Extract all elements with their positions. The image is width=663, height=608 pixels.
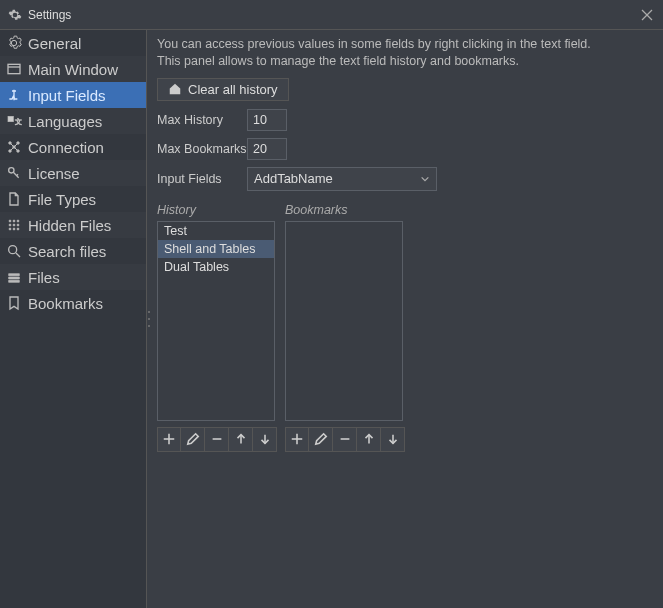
svg-line-23 — [16, 253, 20, 257]
edit-button[interactable] — [181, 427, 205, 452]
sidebar-item-license[interactable]: License — [0, 160, 146, 186]
sidebar-item-general[interactable]: General — [0, 30, 146, 56]
svg-rect-2 — [8, 64, 20, 73]
input-fields-dropdown[interactable]: AddTabName — [247, 167, 437, 191]
svg-point-22 — [9, 246, 17, 254]
svg-point-15 — [17, 220, 19, 222]
arrow-up-icon — [234, 432, 248, 446]
svg-point-12 — [9, 168, 14, 173]
max-history-input[interactable] — [247, 109, 287, 131]
clear-label: Clear all history — [188, 82, 278, 97]
file-icon — [6, 191, 22, 207]
sidebar-item-files[interactable]: Files — [0, 264, 146, 290]
text-cursor-icon — [6, 87, 22, 103]
sidebar-label: License — [28, 165, 80, 182]
network-icon — [6, 139, 22, 155]
max-history-label: Max History — [157, 113, 247, 127]
sidebar-label: File Types — [28, 191, 96, 208]
panel: You can access previous values in some f… — [147, 30, 663, 608]
remove-button[interactable] — [205, 427, 229, 452]
grid-dots-icon — [6, 217, 22, 233]
svg-point-14 — [13, 220, 15, 222]
sidebar: General Main Window Input Fields 文 Langu… — [0, 30, 147, 608]
minus-icon — [210, 432, 224, 446]
history-toolbar — [157, 427, 277, 452]
language-icon: 文 — [6, 113, 22, 129]
pencil-icon — [186, 432, 200, 446]
add-button[interactable] — [157, 427, 181, 452]
sidebar-item-languages[interactable]: 文 Languages — [0, 108, 146, 134]
arrow-down-icon — [386, 432, 400, 446]
bookmarks-block: Bookmarks — [285, 203, 405, 452]
move-up-button[interactable] — [357, 427, 381, 452]
sidebar-item-connection[interactable]: Connection — [0, 134, 146, 160]
max-bookmarks-input[interactable] — [247, 138, 287, 160]
svg-text:文: 文 — [15, 118, 22, 125]
svg-rect-5 — [8, 116, 13, 121]
sidebar-label: Main Window — [28, 61, 118, 78]
window-icon — [6, 61, 22, 77]
history-heading: History — [157, 203, 277, 217]
window-title: Settings — [28, 8, 639, 22]
edit-button[interactable] — [309, 427, 333, 452]
home-icon — [168, 82, 182, 96]
history-block: History Test Shell and Tables Dual Table… — [157, 203, 277, 452]
sidebar-item-file-types[interactable]: File Types — [0, 186, 146, 212]
plus-icon — [162, 432, 176, 446]
sidebar-label: Connection — [28, 139, 104, 156]
title-bar: Settings — [0, 0, 663, 30]
dropdown-value: AddTabName — [254, 171, 333, 186]
chevron-down-icon — [420, 174, 430, 184]
arrow-up-icon — [362, 432, 376, 446]
files-stack-icon — [6, 269, 22, 285]
svg-point-16 — [9, 224, 11, 226]
move-down-button[interactable] — [381, 427, 405, 452]
sidebar-item-input-fields[interactable]: Input Fields — [0, 82, 146, 108]
bookmarks-list[interactable] — [285, 221, 403, 421]
max-bookmarks-label: Max Bookmarks — [157, 142, 247, 156]
clear-history-button[interactable]: Clear all history — [157, 78, 289, 101]
bookmarks-heading: Bookmarks — [285, 203, 405, 217]
pencil-icon — [314, 432, 328, 446]
add-button[interactable] — [285, 427, 309, 452]
sidebar-item-hidden-files[interactable]: Hidden Files — [0, 212, 146, 238]
description: You can access previous values in some f… — [157, 36, 653, 70]
sidebar-item-main-window[interactable]: Main Window — [0, 56, 146, 82]
move-down-button[interactable] — [253, 427, 277, 452]
input-fields-label: Input Fields — [157, 172, 247, 186]
bookmark-icon — [6, 295, 22, 311]
close-icon[interactable] — [639, 7, 655, 23]
svg-point-17 — [13, 224, 15, 226]
key-icon — [6, 165, 22, 181]
remove-button[interactable] — [333, 427, 357, 452]
sidebar-label: Hidden Files — [28, 217, 111, 234]
list-item[interactable]: Dual Tables — [158, 258, 274, 276]
minus-icon — [338, 432, 352, 446]
settings-icon — [8, 8, 22, 22]
move-up-button[interactable] — [229, 427, 253, 452]
history-list[interactable]: Test Shell and Tables Dual Tables — [157, 221, 275, 421]
desc-line1: You can access previous values in some f… — [157, 36, 653, 53]
arrow-down-icon — [258, 432, 272, 446]
list-item[interactable]: Test — [158, 222, 274, 240]
svg-point-19 — [9, 228, 11, 230]
splitter-handle[interactable] — [147, 309, 151, 329]
svg-point-18 — [17, 224, 19, 226]
svg-point-20 — [13, 228, 15, 230]
sidebar-label: General — [28, 35, 81, 52]
gear-icon — [6, 35, 22, 51]
svg-point-13 — [9, 220, 11, 222]
sidebar-item-search-files[interactable]: Search files — [0, 238, 146, 264]
sidebar-label: Bookmarks — [28, 295, 103, 312]
sidebar-item-bookmarks[interactable]: Bookmarks — [0, 290, 146, 316]
plus-icon — [290, 432, 304, 446]
sidebar-label: Languages — [28, 113, 102, 130]
svg-point-21 — [17, 228, 19, 230]
desc-line2: This panel allows to manage the text fie… — [157, 53, 653, 70]
sidebar-label: Files — [28, 269, 60, 286]
bookmarks-toolbar — [285, 427, 405, 452]
sidebar-label: Search files — [28, 243, 106, 260]
search-icon — [6, 243, 22, 259]
sidebar-label: Input Fields — [28, 87, 106, 104]
list-item[interactable]: Shell and Tables — [158, 240, 274, 258]
